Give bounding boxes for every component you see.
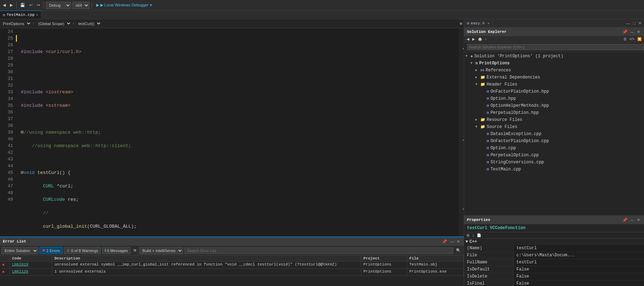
tree-resource-files[interactable]: ▶ 📁 Resource Files (464, 116, 644, 123)
props-close-button[interactable]: ✕ (636, 218, 641, 222)
props-min-button[interactable]: — (629, 218, 635, 222)
tree-header-files[interactable]: ▼ 📁 Header Files (464, 81, 644, 88)
tree-file-datasimexception-cpp[interactable]: ⊞ DatasimException.cpp (464, 130, 644, 138)
se-pin-button[interactable]: 📌 (621, 30, 628, 34)
right-panel-close[interactable]: ✕ (637, 19, 643, 27)
tree-file-option-hpp[interactable]: ⊞ Option.hpp (464, 95, 644, 102)
build-filter-button[interactable]: ⚒ (132, 248, 138, 253)
errors-count-label: 2 Errors (46, 249, 60, 253)
run-debugger-button[interactable]: ▶ ▶ Local Windows Debugger ▾ (94, 2, 154, 8)
platform-dropdown[interactable]: x64 x86 (72, 2, 89, 9)
project-icon: ⊞ (475, 60, 478, 67)
error-row-2-icon: ✖ (0, 269, 10, 275)
properties-panel: Properties 📌 — ✕ testCurl VCCodeFunction… (464, 215, 644, 286)
tree-file-stringconversions-cpp[interactable]: ⊞ StringConversions.cpp (464, 159, 644, 166)
tree-references[interactable]: ▶ ⋈ References (464, 67, 644, 74)
tree-project[interactable]: ▼ ⊞ PrintOptions (464, 60, 644, 67)
tree-file-testmain-cpp[interactable]: ⊞ TestMain.cpp (464, 166, 644, 173)
solution-label: Solution 'PrintOptions' (1 project) (474, 53, 563, 60)
props-sort-btn[interactable]: ↕ (471, 233, 475, 238)
error-search-input[interactable] (185, 247, 453, 254)
tab-bar: ⊞ TestMain.cpp ✕ (0, 11, 644, 19)
props-pin-button[interactable]: 📌 (621, 218, 628, 222)
project-label: PrintOptions (479, 60, 510, 67)
tree-file-optionhelpermethods-hpp[interactable]: ⊞ OptionHelperMethods.hpp (464, 102, 644, 109)
project-arrow: ▼ (470, 60, 475, 67)
error-row-2[interactable]: ✖ LNK1120 1 unresolved externals PrintOp… (0, 269, 464, 276)
expand-editor-button[interactable]: ⊕ (458, 21, 464, 26)
prop-name-label-4: IsDefault (464, 266, 514, 273)
forward-button[interactable]: ▶ (8, 2, 14, 8)
se-forward-btn[interactable]: ▶ (471, 37, 476, 41)
header-files-arrow: ▼ (475, 81, 480, 88)
line-31: ⊟//using namespace web::http; (21, 130, 101, 135)
tree-file-perpetualoption-hpp[interactable]: ⊞ PerpetualOption.hpp (464, 109, 644, 116)
errors-filter-button[interactable]: ✖ 2 Errors (40, 247, 63, 254)
scope-filter-dropdown[interactable]: Entire Solution Current Project (1, 247, 38, 254)
intellisense-filter-dropdown[interactable]: Build + IntelliSense Build Only IntelliS… (139, 247, 183, 254)
tree-file-option-cpp[interactable]: ⊞ Option.cpp (464, 145, 644, 152)
tree-source-files[interactable]: ▼ 📁 Source Files (464, 123, 644, 130)
error-table-header: Code Description Project File (0, 256, 464, 262)
solution-arrow: ▼ (466, 53, 470, 60)
warnings-filter-button[interactable]: ⚠ 0 of 8 Warnings (64, 247, 101, 254)
error-row-2-code: LNK1120 (10, 269, 52, 275)
file-hpp-label-2: Option.hpp (491, 95, 516, 102)
breadcrumb-scope-select[interactable]: (Global Scope) (35, 19, 71, 28)
error-row-1[interactable]: ✖ LNK2019 unresolved external symbol __i… (0, 262, 464, 269)
run-dropdown-arrow: ▾ (150, 3, 152, 7)
breadcrumb-func-select[interactable]: testCurl() (75, 19, 101, 28)
messages-filter-button[interactable]: ℹ 0 Messages (102, 247, 130, 254)
error-search-button[interactable]: 🔍 (455, 247, 462, 253)
se-search-input[interactable] (467, 44, 644, 50)
se-min-button[interactable]: — (629, 30, 635, 34)
line-38: curl_global_init(CURL_GLOBAL_ALL); (21, 224, 137, 229)
redo-button[interactable]: ↪ (35, 2, 41, 8)
tab-testmain-cpp[interactable]: ⊞ TestMain.cpp ✕ (0, 11, 41, 19)
se-props-btn[interactable]: ☰ (622, 37, 628, 41)
props-section-collapse[interactable]: ▼ (466, 239, 468, 244)
file-cpp-icon-5: ⊞ (487, 159, 489, 166)
se-code-btn[interactable]: </> (628, 37, 636, 41)
breadcrumb-file-select[interactable]: PrintOptions (0, 19, 31, 28)
config-dropdown[interactable]: Debug Release (46, 2, 71, 9)
error-row-1-code: LNK2019 (10, 262, 52, 268)
error-list-minimize-button[interactable]: — (449, 239, 455, 244)
tree-solution[interactable]: ▼ ◈ Solution 'PrintOptions' (1 project) (464, 53, 644, 60)
se-filter-btn[interactable]: 🔽 (636, 37, 643, 41)
right-panel-maximize[interactable]: □ (632, 19, 637, 27)
tab-testmain-close[interactable]: ✕ (36, 13, 38, 17)
tree-external-deps[interactable]: ▶ 📁 External Dependencies (464, 74, 644, 81)
tree-file-perpetualoption-cpp[interactable]: ⊞ PerpetualOption.cpp (464, 152, 644, 159)
solution-tree[interactable]: ▼ ◈ Solution 'PrintOptions' (1 project) … (464, 52, 644, 215)
error-list-toolbar: Entire Solution Current Project ✖ 2 Erro… (0, 246, 464, 256)
references-label: References (486, 67, 511, 74)
header-files-icon: 📁 (480, 81, 485, 88)
prop-value-6: False (514, 280, 644, 286)
error-list-close-button[interactable]: ✕ (456, 239, 461, 244)
se-sync-btn[interactable]: ↕ (484, 37, 488, 41)
line-28: #include <iostream> (21, 89, 73, 95)
se-close-button[interactable]: ✕ (636, 30, 641, 34)
file-cpp-label-2: OnFactorPlainOption.cpp (491, 138, 549, 145)
save-button[interactable]: 💾 (19, 2, 27, 8)
easy-h-close[interactable]: ✕ (487, 21, 490, 25)
file-hpp-label-4: PerpetualOption.hpp (491, 109, 539, 116)
col-file-header: File (407, 256, 464, 261)
change-indicator-25 (16, 35, 17, 42)
props-page-btn[interactable]: 📄 (476, 233, 482, 238)
tree-file-onefactorplainoption-cpp[interactable]: ⊞ OnFactorPlainOption.cpp (464, 138, 644, 145)
back-button[interactable]: ◀ (1, 2, 7, 8)
undo-button[interactable]: ↩ (28, 2, 34, 8)
prop-row-name: (Name) testCurl (464, 245, 644, 252)
right-tab-bar: ⊞ easy.h ✕ — □ ✕ (464, 19, 644, 28)
props-grid-btn[interactable]: ⊞ (466, 233, 470, 238)
error-list-pin-button[interactable]: 📌 (441, 239, 448, 244)
tab-easy-h[interactable]: ⊞ easy.h ✕ (464, 19, 493, 27)
tree-file-onefactorplainoption-hpp[interactable]: ⊞ OnFactorPlainOption.hpp (464, 88, 644, 95)
properties-title: Properties 📌 — ✕ (464, 216, 644, 224)
se-home-btn[interactable]: 🏠 (477, 37, 483, 41)
right-panel-minimize[interactable]: — (625, 19, 631, 27)
file-cpp-icon-3: ⊞ (487, 145, 489, 152)
se-back-btn[interactable]: ◀ (466, 37, 470, 41)
